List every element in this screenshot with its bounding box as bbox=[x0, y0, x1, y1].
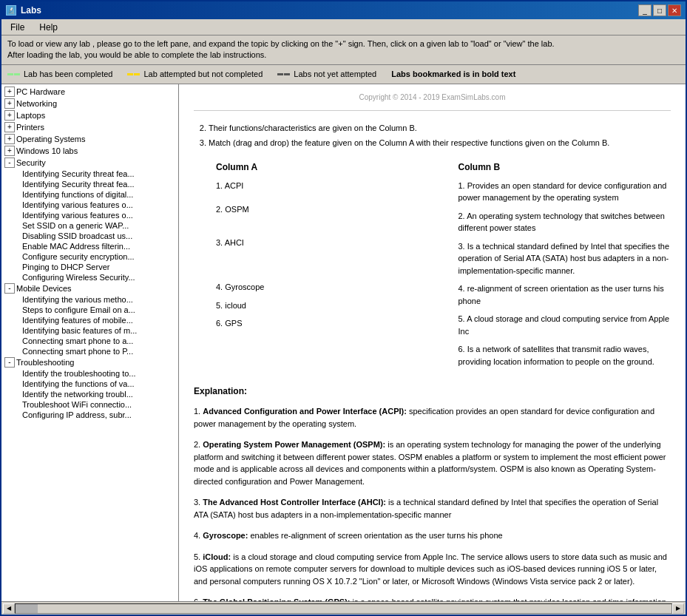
tree-label-pc-hardware: PC Hardware bbox=[16, 87, 65, 96]
app-icon: 🔬 bbox=[6, 5, 16, 16]
scroll-track[interactable] bbox=[15, 603, 672, 614]
tree-item-tr-1[interactable]: Identify the troubleshooting to... bbox=[1, 368, 178, 379]
tree-label-sec-2: Identifying Security threat fea... bbox=[22, 180, 135, 189]
main-window: 🔬 Labs _ □ ✕ File Help To load or view a… bbox=[0, 0, 687, 616]
tree-item-mob-4[interactable]: Identifying basic features of m... bbox=[1, 325, 178, 336]
col-b-text-4: re-alignment of screen orientation as th… bbox=[458, 284, 664, 305]
col-a-row-3: 3. AHCI bbox=[216, 237, 429, 249]
menu-bar: File Help bbox=[1, 19, 686, 35]
right-panel[interactable]: Copyright © 2014 - 2019 ExamSimLabs.com … bbox=[179, 84, 686, 601]
col-a-row-5: 5. icloud bbox=[216, 299, 429, 312]
tree-item-tr-5[interactable]: Configuring IP address, subr... bbox=[1, 410, 178, 420]
tree-label-tr-1: Identify the troubleshooting to... bbox=[22, 369, 136, 378]
col-b-num-3: 3. bbox=[458, 242, 465, 251]
minimize-button[interactable]: _ bbox=[638, 4, 652, 16]
col-a-term-4: Gyroscope bbox=[225, 282, 264, 291]
tree-item-sec-2[interactable]: Identifying Security threat fea... bbox=[1, 179, 178, 189]
tree-item-sec-3[interactable]: Identifying functions of digital... bbox=[1, 189, 178, 200]
left-panel[interactable]: + PC Hardware + Networking + Laptops + P… bbox=[1, 84, 179, 601]
tree-item-mob-6[interactable]: Connecting smart phone to P... bbox=[1, 346, 178, 356]
tree-item-security[interactable]: - Security bbox=[1, 157, 178, 169]
attempted-dash-icon bbox=[127, 73, 140, 75]
expand-icon-pc-hardware[interactable]: + bbox=[4, 87, 15, 97]
tree-item-sec-4[interactable]: Identifying various features o... bbox=[1, 200, 178, 210]
expand-icon-troubleshooting[interactable]: - bbox=[4, 357, 15, 368]
tree-item-tr-3[interactable]: Identify the networking troubl... bbox=[1, 389, 178, 399]
col-a-term-5: icloud bbox=[225, 301, 246, 310]
tree-label-security: Security bbox=[16, 158, 46, 167]
tree-item-mobile-devices[interactable]: - Mobile Devices bbox=[1, 282, 178, 294]
tree-item-mob-5[interactable]: Connecting smart phone to a... bbox=[1, 336, 178, 346]
main-area: + PC Hardware + Networking + Laptops + P… bbox=[1, 84, 686, 601]
column-a-header: Column A bbox=[216, 160, 429, 174]
expand-icon-operating-systems[interactable]: + bbox=[4, 134, 15, 144]
tree-item-sec-10[interactable]: Pinging to DHCP Server bbox=[1, 262, 178, 272]
col-a-term-1: ACPI bbox=[225, 181, 244, 190]
tree-item-mob-3[interactable]: Identifying features of mobile... bbox=[1, 315, 178, 325]
col-b-row-4: 4. re-alignment of screen orientation as… bbox=[458, 282, 671, 307]
column-b: Column B 1. Provides an open standard fo… bbox=[458, 160, 671, 374]
instruction-line2: After loading the lab, you would be able… bbox=[7, 50, 680, 61]
tree-item-sec-11[interactable]: Configuring Wireless Security... bbox=[1, 272, 178, 282]
window-title: Labs bbox=[21, 5, 41, 16]
tree-label-sec-6: Set SSID on a generic WAP... bbox=[22, 221, 129, 230]
tree-item-pc-hardware[interactable]: + PC Hardware bbox=[1, 86, 178, 98]
col-b-text-5: A cloud storage and cloud computing serv… bbox=[458, 314, 670, 336]
expand-icon-laptops[interactable]: + bbox=[4, 110, 15, 121]
expand-icon-security[interactable]: - bbox=[4, 158, 15, 168]
tree-label-sec-8: Enable MAC Address filterin... bbox=[22, 242, 130, 251]
col-b-row-2: 2. An operating system technology that s… bbox=[458, 210, 671, 234]
instruction-line1: To load or view any lab , please go to t… bbox=[7, 38, 680, 50]
tree-item-mob-1[interactable]: Identifying the various metho... bbox=[1, 294, 178, 305]
horizontal-scrollbar[interactable]: ◀ ▶ bbox=[1, 601, 686, 615]
tree-item-tr-4[interactable]: Troubleshoot WiFi connectio... bbox=[1, 399, 178, 410]
tree-label-troubleshooting: Troubleshooting bbox=[16, 358, 74, 367]
tree-item-printers[interactable]: + Printers bbox=[1, 121, 178, 133]
col-a-num-2: 2. bbox=[216, 205, 223, 214]
tree-item-sec-7[interactable]: Disabling SSID broadcast us... bbox=[1, 231, 178, 241]
explanation-2: 2. Operating System Power Management (OS… bbox=[194, 439, 671, 487]
exp-num-1: 1. bbox=[194, 407, 200, 416]
tree-item-troubleshooting[interactable]: - Troubleshooting bbox=[1, 356, 178, 368]
scroll-thumb[interactable] bbox=[16, 604, 38, 613]
expand-icon-printers[interactable]: + bbox=[4, 122, 15, 132]
tree-label-printers: Printers bbox=[16, 123, 44, 132]
tree-item-mob-2[interactable]: Steps to configure Email on a... bbox=[1, 305, 178, 315]
tree-item-networking[interactable]: + Networking bbox=[1, 98, 178, 109]
tree-item-sec-5[interactable]: Identifying various features o... bbox=[1, 210, 178, 220]
col-b-num-5: 5. bbox=[458, 314, 465, 323]
tree-label-sec-10: Pinging to DHCP Server bbox=[22, 263, 109, 271]
tree-item-sec-8[interactable]: Enable MAC Address filterin... bbox=[1, 241, 178, 251]
maximize-button[interactable]: □ bbox=[653, 4, 666, 16]
tree-item-sec-6[interactable]: Set SSID on a generic WAP... bbox=[1, 220, 178, 231]
expand-icon-mobile-devices[interactable]: - bbox=[4, 283, 15, 294]
tree-item-tr-2[interactable]: Identifying the functions of va... bbox=[1, 379, 178, 389]
tree-label-sec-1: Identifying Security threat fea... bbox=[22, 169, 135, 178]
legend-not-attempted: Labs not yet attempted bbox=[277, 70, 376, 78]
col-a-row-6: 6. GPS bbox=[216, 317, 429, 330]
expand-icon-networking[interactable]: + bbox=[4, 98, 15, 109]
tree-label-mob-4: Identifying basic features of m... bbox=[22, 326, 137, 335]
col-a-num-3: 3. bbox=[216, 238, 223, 247]
col-b-text-6: Is a network of satellites that transmit… bbox=[458, 345, 654, 366]
col-a-row-2: 2. OSPM bbox=[216, 203, 429, 216]
col-a-row-4: 4. Gyroscope bbox=[216, 281, 429, 294]
tree-item-laptops[interactable]: + Laptops bbox=[1, 109, 178, 121]
scroll-left-button[interactable]: ◀ bbox=[3, 603, 15, 614]
file-menu[interactable]: File bbox=[4, 21, 30, 34]
tree-item-windows10[interactable]: + Windows 10 labs bbox=[1, 145, 178, 157]
tree-item-operating-systems[interactable]: + Operating Systems bbox=[1, 133, 178, 145]
col-a-term-3: AHCI bbox=[225, 238, 244, 247]
tree-item-sec-1[interactable]: Identifying Security threat fea... bbox=[1, 169, 178, 179]
scroll-right-button[interactable]: ▶ bbox=[672, 603, 684, 614]
tree-item-sec-9[interactable]: Configure security encryption... bbox=[1, 251, 178, 262]
close-button[interactable]: ✕ bbox=[668, 4, 681, 16]
tree-label-windows10: Windows 10 labs bbox=[16, 146, 78, 155]
tree-label-operating-systems: Operating Systems bbox=[16, 135, 86, 143]
tree-label-tr-5: Configuring IP address, subr... bbox=[22, 410, 132, 419]
help-menu[interactable]: Help bbox=[33, 21, 64, 34]
exp-bold-1: Advanced Configuration and Power Interfa… bbox=[203, 407, 407, 416]
expand-icon-windows10[interactable]: + bbox=[4, 146, 15, 156]
tree-label-networking: Networking bbox=[16, 99, 57, 108]
exp-text-5: is a cloud storage and cloud computing s… bbox=[194, 552, 667, 586]
